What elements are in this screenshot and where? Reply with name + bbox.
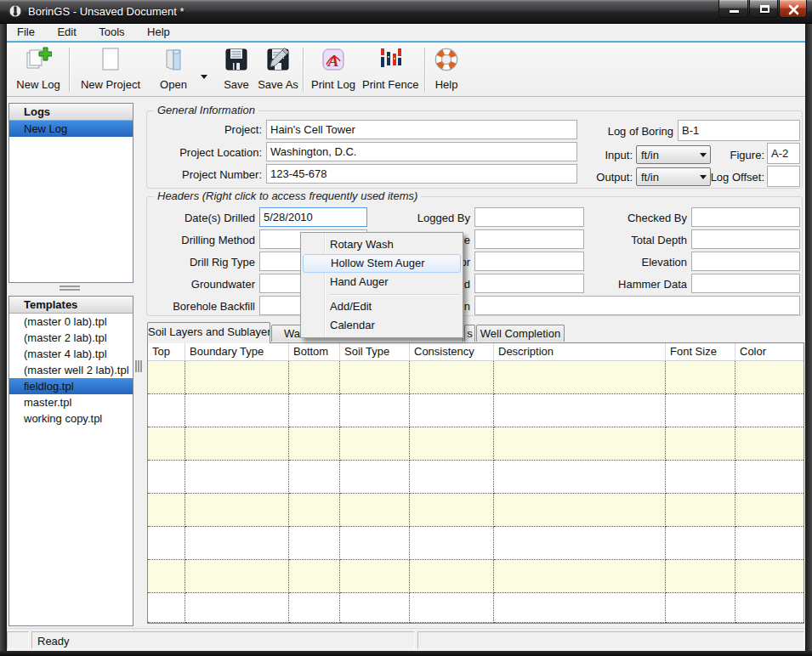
log-list-item[interactable]: New Log xyxy=(9,121,133,137)
table-cell[interactable] xyxy=(148,494,185,527)
table-cell[interactable] xyxy=(289,461,340,494)
table-cell[interactable] xyxy=(185,527,289,560)
table-cell[interactable] xyxy=(735,394,804,427)
table-cell[interactable] xyxy=(340,427,410,461)
table-cell[interactable] xyxy=(410,494,494,527)
menu-edit[interactable]: Edit xyxy=(48,24,84,40)
table-cell[interactable] xyxy=(494,494,666,527)
log-offset-input[interactable] xyxy=(767,166,800,187)
tab-hidden-partial[interactable]: s xyxy=(464,325,475,342)
table-cell[interactable] xyxy=(735,494,804,527)
template-list-item[interactable]: (master 2 lab).tpl xyxy=(9,330,133,346)
table-cell[interactable] xyxy=(494,560,666,593)
save-as-button[interactable]: Save As xyxy=(256,46,300,91)
template-list-item[interactable]: (master 4 lab).tpl xyxy=(9,346,133,362)
table-cell[interactable] xyxy=(735,461,804,494)
table-cell[interactable] xyxy=(148,394,185,427)
template-list-item[interactable]: (master 0 lab).tpl xyxy=(9,314,133,330)
table-cell[interactable] xyxy=(340,461,410,494)
table-cell[interactable] xyxy=(148,361,185,394)
new-log-button[interactable]: New Log xyxy=(12,46,65,91)
table-cell[interactable] xyxy=(494,461,666,494)
middle-row4-input[interactable] xyxy=(474,274,584,293)
open-dropdown-arrow-icon[interactable] xyxy=(201,75,207,82)
maximize-button[interactable] xyxy=(749,0,778,18)
table-cell[interactable] xyxy=(340,361,410,394)
template-list-item[interactable]: fieldlog.tpl xyxy=(9,378,133,394)
table-cell[interactable] xyxy=(735,527,804,560)
print-log-button[interactable]: A Print Log xyxy=(309,46,357,91)
elevation-input[interactable] xyxy=(691,252,800,271)
table-cell[interactable] xyxy=(666,527,735,560)
project-number-input[interactable] xyxy=(266,164,577,184)
table-cell[interactable] xyxy=(666,361,735,394)
table-cell[interactable] xyxy=(410,394,494,427)
table-cell[interactable] xyxy=(340,394,410,427)
table-cell[interactable] xyxy=(666,593,735,623)
table-cell[interactable] xyxy=(410,427,494,461)
table-cell[interactable] xyxy=(185,593,289,623)
tab-well-completion[interactable]: Well Completion xyxy=(476,325,565,342)
logged-by-input[interactable] xyxy=(474,207,584,227)
menu-item-hand-auger[interactable]: Hand Auger xyxy=(301,273,463,291)
table-cell[interactable] xyxy=(289,494,340,527)
menu-item-calendar[interactable]: Calendar xyxy=(301,316,463,335)
table-cell[interactable] xyxy=(148,461,185,494)
menu-help[interactable]: Help xyxy=(139,24,179,40)
save-button[interactable]: Save xyxy=(218,46,255,91)
table-cell[interactable] xyxy=(289,361,340,394)
help-button[interactable]: Help xyxy=(430,46,463,91)
table-cell[interactable] xyxy=(185,560,289,593)
output-units-combobox[interactable]: ft/in xyxy=(636,167,711,186)
template-list-item[interactable]: working copy.tpl xyxy=(9,410,133,427)
table-cell[interactable] xyxy=(148,593,185,623)
table-cell[interactable] xyxy=(340,527,410,560)
table-cell[interactable] xyxy=(185,427,289,461)
table-cell[interactable] xyxy=(289,560,340,593)
open-button[interactable]: Open xyxy=(153,46,194,91)
date-drilled-input[interactable] xyxy=(259,207,367,227)
middle-row3-input[interactable] xyxy=(474,252,584,271)
table-cell[interactable] xyxy=(494,593,666,623)
close-button[interactable] xyxy=(779,0,807,18)
new-project-button[interactable]: New Project xyxy=(77,46,145,91)
table-cell[interactable] xyxy=(666,494,735,527)
menu-item-rotary-wash[interactable]: Rotary Wash xyxy=(301,235,463,254)
table-cell[interactable] xyxy=(410,461,494,494)
table-cell[interactable] xyxy=(289,527,340,560)
table-cell[interactable] xyxy=(148,527,185,560)
table-cell[interactable] xyxy=(410,560,494,593)
table-cell[interactable] xyxy=(148,427,185,461)
table-cell[interactable] xyxy=(340,560,410,593)
middle-row2-input[interactable] xyxy=(474,229,584,249)
menu-item-hollow-stem-auger[interactable]: Hollow Stem Auger xyxy=(303,254,461,273)
figure-input[interactable] xyxy=(767,143,800,164)
table-cell[interactable] xyxy=(735,560,804,593)
minimize-button[interactable] xyxy=(718,0,748,18)
hammer-data-input[interactable] xyxy=(691,274,800,293)
table-cell[interactable] xyxy=(185,361,289,394)
template-list-item[interactable]: master.tpl xyxy=(9,394,133,410)
table-cell[interactable] xyxy=(735,427,804,461)
table-cell[interactable] xyxy=(340,593,410,623)
tab-soil-layers-and-sublayers[interactable]: Soil Layers and Sublayers xyxy=(147,322,270,343)
table-cell[interactable] xyxy=(289,427,340,461)
checked-by-input[interactable] xyxy=(691,207,800,227)
menu-item-add-edit[interactable]: Add/Edit xyxy=(301,297,463,316)
print-fence-button[interactable]: Print Fence xyxy=(362,46,418,91)
table-cell[interactable] xyxy=(410,527,494,560)
table-cell[interactable] xyxy=(148,560,185,593)
table-cell[interactable] xyxy=(185,394,289,427)
menu-file[interactable]: File xyxy=(9,24,43,40)
table-cell[interactable] xyxy=(666,560,735,593)
table-cell[interactable] xyxy=(289,394,340,427)
input-units-combobox[interactable]: ft/in xyxy=(636,145,711,164)
panel-splitter-grip[interactable] xyxy=(60,286,80,291)
table-cell[interactable] xyxy=(735,361,804,394)
menu-tools[interactable]: Tools xyxy=(90,24,133,40)
project-input[interactable] xyxy=(266,120,577,139)
table-cell[interactable] xyxy=(494,361,666,394)
table-cell[interactable] xyxy=(494,394,666,427)
table-cell[interactable] xyxy=(185,461,289,494)
table-cell[interactable] xyxy=(494,427,666,461)
